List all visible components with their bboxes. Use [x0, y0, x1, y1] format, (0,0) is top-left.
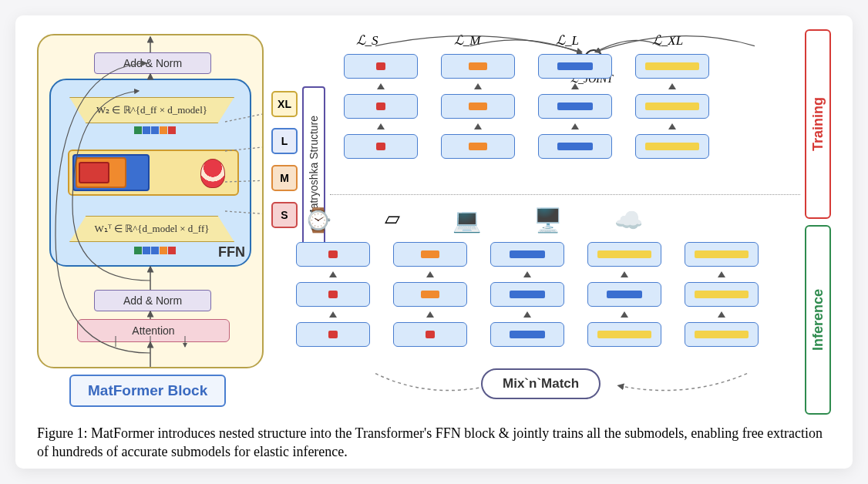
w1-label: W₁ᵀ ∈ ℝ^{d_model × d_ff} [94, 223, 209, 234]
right-content: ℒ_S ℒ_M ℒ_L ℒ_XL + ℒ_JOINT [330, 29, 800, 415]
layer-tile [393, 322, 467, 347]
layer-tile [296, 282, 370, 307]
layer-tile [490, 282, 564, 307]
diagram-row: Add & Norm W₂ ∈ ℝ^{d_ff × d_model} W₁ᵀ ∈… [37, 29, 831, 415]
token-strip-top [134, 126, 176, 134]
mix-n-match-label: Mix`n`Match [481, 368, 601, 399]
matryoshka-nested-bar [68, 150, 239, 196]
layer-tile [635, 54, 709, 79]
layer-tile [344, 54, 418, 79]
nested-S [79, 162, 109, 183]
layer-tile [685, 242, 759, 267]
infer-col-watch [296, 242, 370, 347]
size-chip-column: XL L M S [271, 91, 298, 228]
watch-icon: ⌚ [304, 207, 332, 234]
infer-col-laptop [490, 242, 564, 347]
layer-tile [538, 54, 612, 79]
device-row: ⌚ ▱ 💻 🖥️ ☁️ [304, 207, 643, 234]
transformer-block-outline: Add & Norm W₂ ∈ ℝ^{d_ff × d_model} W₁ᵀ ∈… [37, 34, 264, 368]
layer-tile [685, 322, 759, 347]
layer-tile [393, 242, 467, 267]
layer-tile [441, 94, 515, 119]
layer-tile [441, 134, 515, 159]
caption-text: MatFormer introduces nested structure in… [37, 425, 823, 459]
loss-s: ℒ_S [344, 32, 390, 49]
inference-tag: Inference [805, 225, 831, 415]
train-col-xl [635, 54, 709, 159]
layer-tile [635, 134, 709, 159]
ffn-label: FFN [218, 244, 245, 260]
attention-block: Attention [77, 319, 230, 342]
layer-tile [587, 282, 661, 307]
train-col-s [344, 54, 418, 159]
size-chip-s: S [271, 202, 298, 228]
figure-caption: Figure 1: MatFormer introduces nested st… [37, 424, 831, 462]
size-chip-m: M [271, 165, 298, 191]
desktop-icon: 🖥️ [533, 207, 562, 234]
training-grid [344, 54, 709, 159]
infer-col-desktop [587, 242, 661, 347]
phone-icon: ▱ [385, 207, 400, 234]
size-chip-xl: XL [271, 91, 298, 117]
infer-col-phone [393, 242, 467, 347]
layer-tile [344, 134, 418, 159]
training-tag: Training [805, 29, 831, 219]
add-and-norm-bottom: Add & Norm [94, 290, 211, 311]
layer-tile [296, 242, 370, 267]
ffn-block: W₂ ∈ ℝ^{d_ff × d_model} W₁ᵀ ∈ ℝ^{d_model… [49, 79, 251, 267]
matformer-block-title: MatFormer Block [69, 375, 226, 407]
layer-tile [344, 94, 418, 119]
add-and-norm-top: Add & Norm [94, 52, 211, 74]
size-chip-l: L [271, 128, 298, 154]
layer-tile [587, 322, 661, 347]
cloud-icon: ☁️ [614, 207, 643, 234]
w1-weight-trapezoid: W₁ᵀ ∈ ℝ^{d_model × d_ff} [69, 216, 234, 242]
w2-label: W₂ ∈ ℝ^{d_ff × d_model} [96, 98, 207, 123]
loss-xl: ℒ_XL [644, 32, 691, 49]
figure-number: Figure 1 [37, 425, 84, 441]
layer-tile [635, 94, 709, 119]
train-col-m [441, 54, 515, 159]
train-infer-divider [330, 194, 800, 195]
layer-tile [441, 54, 515, 79]
layer-tile [490, 322, 564, 347]
figure-canvas: Add & Norm W₂ ∈ ℝ^{d_ff × d_model} W₁ᵀ ∈… [15, 15, 853, 469]
infer-col-cloud [685, 242, 759, 347]
side-labels: Training Inference [805, 29, 831, 415]
loss-l: ℒ_L [544, 32, 590, 49]
layer-tile [490, 242, 564, 267]
loss-labels-row: ℒ_S ℒ_M ℒ_L ℒ_XL [344, 32, 691, 49]
layer-tile [587, 242, 661, 267]
layer-tile [538, 94, 612, 119]
w2-weight-trapezoid: W₂ ∈ ℝ^{d_ff × d_model} [69, 97, 234, 123]
train-col-l [538, 54, 612, 159]
layer-tile [296, 322, 370, 347]
right-panel: ℒ_S ℒ_M ℒ_L ℒ_XL + ℒ_JOINT [330, 29, 831, 415]
matryoshka-doll-icon [200, 159, 225, 188]
laptop-icon: 💻 [453, 207, 481, 234]
inference-grid [296, 242, 759, 347]
layer-tile [538, 134, 612, 159]
token-strip-bottom [134, 247, 176, 254]
layer-tile [685, 282, 759, 307]
matformer-block-panel: Add & Norm W₂ ∈ ℝ^{d_ff × d_model} W₁ᵀ ∈… [37, 29, 322, 415]
layer-tile [393, 282, 467, 307]
loss-m: ℒ_M [444, 32, 490, 49]
